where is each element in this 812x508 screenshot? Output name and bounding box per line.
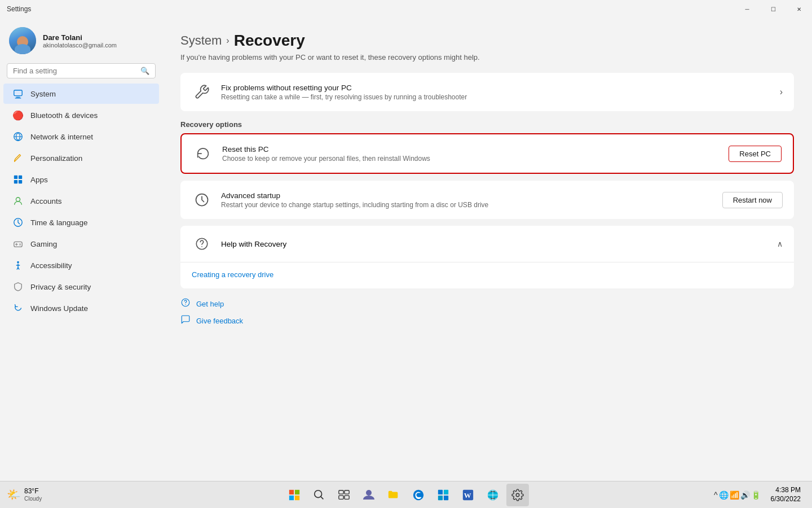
avatar (9, 27, 36, 54)
taskbar-edge-button[interactable] (407, 484, 430, 506)
taskbar-search-button[interactable] (308, 484, 330, 506)
svg-point-14 (201, 246, 202, 247)
svg-rect-28 (438, 489, 443, 494)
nav-label-network: Network & internet (30, 133, 93, 141)
give-feedback-link[interactable]: Give feedback (196, 317, 243, 325)
svg-point-16 (185, 304, 186, 305)
titlebar: Settings ─ ☐ ✕ (0, 0, 812, 18)
nav-item-personalization[interactable]: Personalization (3, 148, 159, 168)
svg-point-11 (17, 261, 19, 264)
nav-item-accounts[interactable]: Accounts (3, 191, 159, 211)
weather-text: 83°F Cloudy (24, 487, 42, 502)
network-icon (12, 131, 24, 142)
svg-rect-24 (339, 495, 343, 498)
taskbar-right: ^ 🌐 📶 🔊 🔋 4:38 PM 6/30/2022 (710, 481, 805, 509)
user-profile[interactable]: Dare Tolani akinolatolasco@gmail.com (0, 18, 162, 61)
clock[interactable]: 4:38 PM 6/30/2022 (766, 486, 805, 503)
fix-problems-title: Fix problems without resetting your PC (221, 84, 771, 92)
taskbar-taskview-button[interactable] (333, 484, 355, 506)
user-info: Dare Tolani akinolatolasco@gmail.com (43, 33, 117, 49)
system-icon (12, 88, 24, 99)
svg-rect-19 (289, 495, 294, 500)
close-button[interactable]: ✕ (786, 0, 812, 18)
clock-date: 6/30/2022 (771, 495, 801, 504)
svg-point-8 (16, 198, 20, 202)
help-card-header[interactable]: Help with Recovery ∧ (180, 226, 794, 262)
maximize-button[interactable]: ☐ (760, 0, 786, 18)
svg-rect-25 (345, 495, 349, 498)
main-content: System › Recovery If you're having probl… (162, 18, 812, 481)
svg-rect-17 (289, 489, 294, 494)
nav-item-system[interactable]: System (3, 84, 159, 104)
advanced-startup-subtitle: Restart your device to change startup se… (221, 201, 704, 209)
tray-battery-icon: 🔋 (751, 491, 761, 500)
nav-label-bluetooth: Bluetooth & devices (30, 111, 98, 120)
search-icon: 🔍 (140, 67, 149, 75)
nav-item-privacy[interactable]: Privacy & security (3, 277, 159, 297)
accounts-icon (12, 195, 24, 207)
restart-now-button[interactable]: Restart now (722, 192, 783, 208)
reset-pc-row: Reset this PC Choose to keep or remove y… (182, 134, 793, 173)
weather-icon: 🌤️ (7, 488, 21, 501)
help-title: Help with Recovery (221, 240, 777, 248)
tray-network-icon: 🌐 (719, 491, 729, 500)
help-body: Creating a recovery drive (180, 262, 794, 288)
help-card: Help with Recovery ∧ Creating a recovery… (180, 226, 794, 288)
get-help-link[interactable]: Get help (196, 300, 224, 308)
accessibility-icon (12, 260, 24, 271)
nav-item-accessibility[interactable]: Accessibility (3, 255, 159, 275)
nav-item-update[interactable]: Windows Update (3, 298, 159, 318)
taskbar-settings-button[interactable] (506, 484, 529, 506)
minimize-button[interactable]: ─ (734, 0, 760, 18)
search-input[interactable] (13, 67, 136, 75)
sys-tray[interactable]: ^ 🌐 📶 🔊 🔋 (710, 481, 764, 509)
advanced-startup-icon (192, 190, 212, 210)
user-name: Dare Tolani (43, 33, 117, 42)
nav-label-accounts: Accounts (30, 197, 62, 205)
breadcrumb: System › Recovery (180, 32, 794, 50)
advanced-startup-action: Restart now (713, 192, 783, 208)
apps-icon (12, 174, 24, 185)
advanced-startup-text: Advanced startup Restart your device to … (221, 191, 704, 209)
fix-problems-row[interactable]: Fix problems without resetting your PC R… (180, 73, 794, 111)
nav-label-update: Windows Update (30, 304, 88, 313)
svg-rect-22 (339, 490, 343, 493)
taskbar-explorer-button[interactable] (382, 484, 405, 506)
gaming-icon (12, 238, 24, 249)
give-feedback-icon (180, 314, 191, 327)
reset-pc-action: Reset PC (720, 146, 782, 162)
svg-rect-5 (19, 176, 22, 179)
reset-pc-icon (193, 143, 213, 164)
weather-condition: Cloudy (24, 496, 42, 502)
advanced-startup-card: Advanced startup Restart your device to … (180, 181, 794, 219)
start-button[interactable] (283, 484, 306, 506)
svg-rect-7 (19, 180, 22, 183)
weather-widget[interactable]: 🌤️ 83°F Cloudy (7, 487, 42, 502)
reset-pc-button[interactable]: Reset PC (729, 146, 782, 162)
recovery-drive-link[interactable]: Creating a recovery drive (192, 270, 273, 279)
nav-item-time[interactable]: Time & language (3, 212, 159, 233)
taskbar-store-button[interactable] (432, 484, 454, 506)
nav-item-apps[interactable]: Apps (3, 169, 159, 190)
taskbar-teams-button[interactable] (358, 484, 380, 506)
taskbar-word-button[interactable]: W (457, 484, 479, 506)
svg-rect-1 (16, 97, 20, 97)
nav-item-gaming[interactable]: Gaming (3, 234, 159, 254)
footer-links: Get help Give feedback (180, 297, 794, 327)
get-help-row: Get help (180, 297, 794, 310)
sidebar: Dare Tolani akinolatolasco@gmail.com 🔍 S… (0, 18, 162, 481)
taskbar-maps-button[interactable] (482, 484, 504, 506)
update-icon (12, 303, 24, 314)
search-box[interactable]: 🔍 (7, 63, 156, 78)
tray-volume-icon: 🔊 (740, 491, 750, 500)
svg-rect-30 (438, 495, 443, 500)
recovery-options-label: Recovery options (180, 120, 794, 129)
nav-item-network[interactable]: Network & internet (3, 126, 159, 147)
nav-item-bluetooth[interactable]: 🔴 Bluetooth & devices (3, 105, 159, 125)
breadcrumb-separator: › (226, 36, 229, 46)
reset-pc-card: Reset this PC Choose to keep or remove y… (180, 133, 794, 174)
breadcrumb-parent[interactable]: System (180, 33, 222, 48)
taskbar: 🌤️ 83°F Cloudy (0, 481, 812, 508)
svg-rect-31 (444, 495, 448, 500)
svg-text:W: W (464, 491, 471, 499)
